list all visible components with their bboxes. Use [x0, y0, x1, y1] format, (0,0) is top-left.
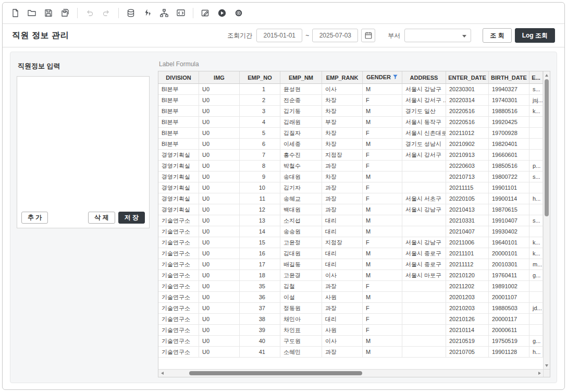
- grid-cell[interactable]: 38: [240, 314, 280, 325]
- grid-cell[interactable]: 18: [240, 270, 280, 281]
- grid-cell[interactable]: M: [363, 226, 402, 237]
- grid-cell[interactable]: U0: [199, 303, 240, 314]
- employee-input-box[interactable]: 추 가 삭 제 저 장: [17, 76, 150, 228]
- grid-cell[interactable]: [402, 281, 446, 292]
- grid-cell[interactable]: 20210913: [446, 150, 489, 161]
- grid-header-cell[interactable]: ADDRESS: [402, 71, 446, 84]
- grid-cell[interactable]: [529, 150, 543, 161]
- grid-cell[interactable]: U0: [199, 117, 240, 128]
- table-row[interactable]: 기술연구소U014송승원대리M2021040719930402: [158, 226, 543, 237]
- grid-cell[interactable]: 19660601: [489, 150, 529, 161]
- grid-cell[interactable]: 11: [240, 193, 280, 204]
- table-row[interactable]: 경영기획실U07홍수진지점장F서울시 강서구2021091319660601: [158, 150, 543, 161]
- grid-cell[interactable]: 서울시 서초구: [402, 193, 446, 204]
- grid-cell[interactable]: 경영기획실: [158, 172, 199, 182]
- grid-cell[interactable]: 20220516: [446, 117, 489, 128]
- grid-cell[interactable]: 19900114: [489, 193, 529, 204]
- grid-header-cell[interactable]: GENDER: [363, 71, 402, 84]
- grid-cell[interactable]: 기술연구소: [158, 314, 199, 325]
- grid-cell[interactable]: 20210413: [446, 204, 489, 215]
- grid-cell[interactable]: 12: [240, 204, 280, 215]
- grid-cell[interactable]: M: [363, 172, 402, 182]
- grid-cell[interactable]: 경기도 성남시: [402, 139, 446, 150]
- sitemap-icon[interactable]: [157, 6, 171, 20]
- grid-cell[interactable]: 김기동: [280, 106, 322, 117]
- grid-cell[interactable]: [402, 172, 446, 182]
- grid-cell[interactable]: 20210126: [446, 314, 489, 325]
- grid-cell[interactable]: 기술연구소: [158, 303, 199, 314]
- grid-cell[interactable]: 과장: [322, 204, 363, 215]
- scroll-down-icon[interactable]: [544, 362, 550, 369]
- grid-cell[interactable]: g...: [529, 336, 543, 347]
- grid-cell[interactable]: h...: [529, 347, 543, 358]
- grid-cell[interactable]: 김기자: [280, 182, 322, 193]
- grid-cell[interactable]: 36: [240, 292, 280, 303]
- scroll-right-icon[interactable]: [536, 370, 543, 377]
- filter-icon[interactable]: [392, 74, 398, 81]
- vertical-scroll-thumb[interactable]: [545, 79, 549, 216]
- grid-cell[interactable]: U0: [199, 95, 240, 106]
- grid-cell[interactable]: 이사: [322, 84, 363, 95]
- grid-cell[interactable]: 서울시 강서구 ..: [402, 95, 446, 106]
- table-row[interactable]: 경영기획실U09송대원차장M2021071319800722s...: [158, 172, 543, 182]
- grid-cell[interactable]: 서울시 강남구: [402, 84, 446, 95]
- grid-cell[interactable]: 송승원: [280, 226, 322, 237]
- grid-cell[interactable]: [529, 292, 543, 303]
- employee-input-area[interactable]: [21, 81, 145, 212]
- grid-cell[interactable]: [402, 182, 446, 193]
- code-window-icon[interactable]: [174, 6, 188, 20]
- grid-cell[interactable]: 19901128: [489, 347, 529, 358]
- grid-cell[interactable]: BI본부: [158, 84, 199, 95]
- table-row[interactable]: 기술연구소U037정동원과장F2021020319880503jd...: [158, 303, 543, 314]
- grid-cell[interactable]: F: [363, 303, 402, 314]
- grid-cell[interactable]: M: [363, 292, 402, 303]
- grid-cell[interactable]: 기술연구소: [158, 259, 199, 270]
- save-button[interactable]: 저 장: [118, 212, 145, 224]
- grid-cell[interactable]: 4: [240, 117, 280, 128]
- grid-cell[interactable]: [402, 215, 446, 226]
- grid-cell[interactable]: 41: [240, 347, 280, 358]
- grid-cell[interactable]: 송대원: [280, 172, 322, 182]
- grid-cell[interactable]: 고윤정: [280, 237, 322, 248]
- grid-cell[interactable]: 사원: [322, 292, 363, 303]
- grid-cell[interactable]: 19750519: [489, 336, 529, 347]
- grid-cell[interactable]: 39: [240, 325, 280, 336]
- grid-cell[interactable]: 부장: [322, 117, 363, 128]
- grid-cell[interactable]: 차장: [322, 128, 363, 139]
- grid-cell[interactable]: 기술연구소: [158, 215, 199, 226]
- grid-cell[interactable]: 16: [240, 248, 280, 259]
- table-row[interactable]: 경영기획실U011송혜교과장F서울시 서초구2022010519900114h.…: [158, 193, 543, 204]
- grid-cell[interactable]: 서울시 강남구: [402, 204, 446, 215]
- grid-cell[interactable]: [529, 139, 543, 150]
- grid-cell[interactable]: BI본부: [158, 139, 199, 150]
- grid-cell[interactable]: 김래원: [280, 117, 322, 128]
- grid-cell[interactable]: 37: [240, 303, 280, 314]
- grid-cell[interactable]: 19870615: [489, 204, 529, 215]
- grid-cell[interactable]: BI본부: [158, 117, 199, 128]
- grid-cell[interactable]: 구도원: [280, 336, 322, 347]
- grid-cell[interactable]: 배길동: [280, 259, 322, 270]
- table-row[interactable]: 기술연구소U038채민아대리F2021012620000117: [158, 314, 543, 325]
- grid-cell[interactable]: 과장: [322, 281, 363, 292]
- table-row[interactable]: 기술연구소U016김대원대리M서울시 종로구2021110120000101k.…: [158, 248, 543, 259]
- grid-cell[interactable]: 35: [240, 281, 280, 292]
- new-document-icon[interactable]: [8, 6, 22, 20]
- grid-cell[interactable]: 19901101: [489, 182, 529, 193]
- grid-cell[interactable]: 19930402: [489, 226, 529, 237]
- grid-cell[interactable]: 20210902: [446, 139, 489, 150]
- grid-cell[interactable]: 3: [240, 106, 280, 117]
- grid-cell[interactable]: 경영기획실: [158, 182, 199, 193]
- table-row[interactable]: 기술연구소U018고윤경이사M서울시 마포구2021012019760411g.…: [158, 270, 543, 281]
- grid-cell[interactable]: [402, 347, 446, 358]
- grid-cell[interactable]: U0: [199, 281, 240, 292]
- grid-cell[interactable]: 경영기획실: [158, 193, 199, 204]
- grid-cell[interactable]: [402, 303, 446, 314]
- grid-cell[interactable]: 17: [240, 259, 280, 270]
- grid-cell[interactable]: 차장: [322, 106, 363, 117]
- grid-cell[interactable]: [402, 325, 446, 336]
- grid-cell[interactable]: 기술연구소: [158, 281, 199, 292]
- grid-cell[interactable]: [529, 204, 543, 215]
- grid-cell[interactable]: 10: [240, 182, 280, 193]
- grid-cell[interactable]: 20210713: [446, 172, 489, 182]
- grid-cell[interactable]: g...: [529, 270, 543, 281]
